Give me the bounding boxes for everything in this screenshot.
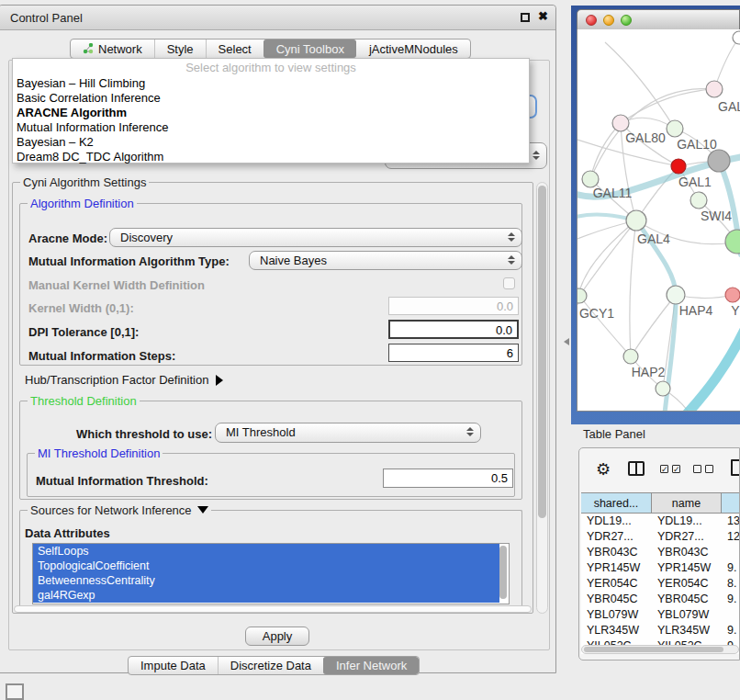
table-cell: YBR043C [581, 545, 652, 560]
sources-group-title[interactable]: Sources for Network Inference [28, 503, 211, 517]
table-hscrollbar[interactable] [581, 645, 739, 654]
mi-steps-field[interactable]: 6 [388, 344, 519, 362]
checked-column-icon[interactable]: ✓ [672, 465, 680, 473]
network-node[interactable] [733, 31, 740, 44]
collapse-down-icon [197, 506, 208, 514]
network-edge[interactable] [579, 220, 636, 296]
tab-cyni-toolbox[interactable]: Cyni Toolbox [263, 40, 356, 58]
list-item-betweennesscentrality[interactable]: BetweennessCentrality [33, 573, 499, 588]
gear-icon[interactable]: ⚙ [596, 459, 611, 480]
node-label: GAL4 [637, 231, 670, 246]
network-node[interactable] [725, 230, 740, 254]
table-row[interactable]: YER054CYER054C8. [581, 576, 740, 592]
table-hscrollbar-thumb[interactable] [584, 647, 723, 652]
network-node-gal4[interactable] [626, 210, 646, 231]
table-cell: YDL19... [652, 514, 722, 529]
column-header-name[interactable]: name [652, 493, 722, 513]
panel-splitter-handle[interactable] [564, 338, 569, 345]
column-header-shared[interactable]: shared... [581, 493, 652, 513]
settings-group-title: Cyni Algorithm Settings [20, 175, 149, 189]
mi-type-combobox[interactable]: Naive Bayes [249, 251, 522, 270]
control-panel-window: Control Panel ✖ NetworkStyleSelectCyni T… [0, 5, 556, 673]
table-cell: YBR045C [652, 592, 722, 607]
table-cell: 9. [722, 592, 740, 607]
tab-jactivemnodules[interactable]: jActiveMNodules [356, 40, 470, 58]
manual-kernel-checkbox[interactable] [503, 277, 515, 289]
tab-infer-network[interactable]: Infer Network [323, 657, 419, 674]
table-row[interactable]: YDR27...YDR27...12 [581, 529, 740, 545]
checked-column-icon[interactable]: ✓ [660, 465, 668, 473]
table-row[interactable]: YBR045CYBR045C9. [581, 592, 740, 607]
table-row[interactable]: YPR145WYPR145W9. [581, 560, 740, 576]
unchecked-column-icon[interactable] [705, 465, 713, 473]
network-edge[interactable] [605, 42, 675, 129]
tab-network[interactable]: Network [71, 40, 154, 58]
table-cell: YDL19... [581, 514, 652, 529]
hub-definition-expander[interactable]: Hub/Transcription Factor Definition [25, 373, 223, 387]
data-attributes-list[interactable]: SelfLoopsTopologicalCoefficientBetweenne… [32, 543, 510, 604]
node-label: GAL10 [677, 137, 717, 152]
settings-hscrollbar[interactable] [14, 605, 532, 613]
threshold-definition-title: Threshold Definition [28, 394, 140, 408]
list-item-selfloops[interactable]: SelfLoops [33, 544, 499, 559]
column-header-2[interactable] [722, 493, 740, 513]
settings-scrollbar[interactable] [536, 182, 548, 614]
close-icon[interactable]: ✖ [538, 9, 548, 23]
menu-item-bayesian-k2[interactable]: Bayesian – K2 [13, 135, 529, 150]
dpi-tolerance-field[interactable]: 0.0 [388, 320, 519, 339]
network-node[interactable] [656, 381, 670, 396]
unchecked-column-icon[interactable] [693, 465, 701, 473]
table-row[interactable]: YLR345WYLR345W9. [581, 623, 740, 638]
node-label: HAP2 [632, 365, 666, 379]
tab-select[interactable]: Select [206, 40, 263, 58]
document-icon[interactable] [731, 459, 740, 476]
menu-item-bayesian-hill-climbing[interactable]: Bayesian – Hill Climbing [13, 76, 529, 91]
menu-item-aracne-algorithm[interactable]: ARACNE Algorithm [13, 106, 529, 120]
list-scrollbar-thumb[interactable] [499, 546, 507, 599]
tab-impute-data[interactable]: Impute Data [129, 657, 218, 674]
network-node-swi4[interactable] [690, 192, 707, 209]
network-node-gal[interactable] [706, 81, 723, 97]
table-row[interactable]: YBR043CYBR043C [581, 545, 740, 560]
network-edge[interactable] [630, 220, 636, 356]
mi-type-label: Mutual Information Algorithm Type: [28, 254, 230, 268]
network-icon [83, 43, 94, 54]
kernel-width-field[interactable]: 0.0 [388, 297, 519, 315]
network-node-gal1[interactable] [671, 159, 686, 174]
apply-button[interactable]: Apply [245, 627, 309, 646]
network-node[interactable] [708, 150, 730, 172]
network-edge-highlighted[interactable] [636, 220, 676, 411]
scrollbar-thumb[interactable] [538, 186, 546, 518]
tab-discretize-data[interactable]: Discretize Data [218, 657, 323, 674]
network-node-gal80[interactable] [612, 115, 629, 131]
minimize-traffic-light[interactable] [603, 15, 614, 26]
menu-item-mutual-information-inference[interactable]: Mutual Information Inference [13, 120, 529, 135]
network-node-hap4[interactable] [667, 286, 685, 304]
aracne-mode-combobox[interactable]: Discovery [109, 228, 522, 247]
tab-style[interactable]: Style [154, 40, 206, 58]
which-threshold-combobox[interactable]: MI Threshold [215, 423, 481, 443]
table-cell: YBL079W [581, 607, 652, 623]
network-node-gal10[interactable] [667, 120, 683, 137]
table-row[interactable]: YBL079WYBL079W [581, 607, 740, 623]
menu-item-basic-correlation-inference[interactable]: Basic Correlation Inference [13, 91, 529, 106]
list-item-gal4rgexp[interactable]: gal4RGexp [33, 588, 499, 603]
control-panel-tabs: NetworkStyleSelectCyni ToolboxjActiveMNo… [70, 39, 471, 59]
menu-item-dream8-dc-tdc-algorithm[interactable]: Dream8 DC_TDC Algorithm [13, 150, 529, 164]
network-node-y[interactable] [725, 288, 740, 302]
close-traffic-light[interactable] [586, 15, 597, 26]
list-item-topologicalcoefficient[interactable]: TopologicalCoefficient [33, 559, 499, 573]
table-row[interactable]: YDL19...YDL19...13 [581, 514, 740, 529]
network-edge-highlighted[interactable] [684, 328, 740, 411]
network-edge[interactable] [579, 296, 631, 356]
table-panel-title: Table Panel [583, 427, 645, 441]
table-cell: YER054C [581, 576, 652, 592]
network-node-hap2[interactable] [623, 349, 638, 364]
float-window-icon[interactable] [521, 13, 530, 22]
zoom-traffic-light[interactable] [621, 15, 632, 26]
mi-threshold-field[interactable]: 0.5 [383, 469, 513, 488]
network-canvas[interactable]: GALGAL80GAL10GAL1GAL11SWI4GAL4GCY1HAP4YH… [577, 29, 740, 412]
minimized-panel-icon[interactable] [6, 683, 24, 700]
split-columns-icon[interactable] [628, 461, 645, 476]
network-node-gcy1[interactable] [577, 288, 587, 303]
